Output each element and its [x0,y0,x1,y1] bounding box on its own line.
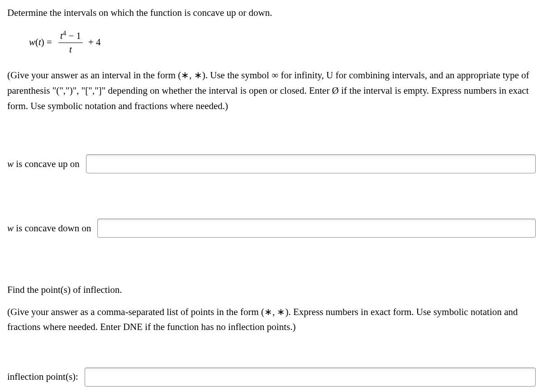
formula-lhs-var: w [29,37,35,48]
concave-down-label: w is concave down on [7,223,91,234]
question-prompt: Determine the intervals on which the fun… [7,6,536,19]
concave-down-input[interactable] [97,219,536,238]
instruction-2: (Give your answer as a comma-separated l… [7,305,536,335]
concave-down-row: w is concave down on [7,219,536,238]
inflection-row: inflection point(s): [7,368,536,387]
formula-den: t [67,43,74,55]
formula-fraction: t4 − 1 t [58,29,83,55]
concave-up-label: w is concave up on [7,158,80,170]
formula-num-minus: − 1 [66,30,81,41]
part2-heading: Find the point(s) of inflection. [7,283,536,297]
formula: w(t) = t4 − 1 t + 4 [29,29,536,55]
inflection-input[interactable] [85,368,536,387]
concave-up-input[interactable] [86,154,536,173]
inflection-label: inflection point(s): [7,371,78,382]
concave-up-row: w is concave up on [7,154,536,173]
instruction-1: (Give your answer as an interval in the … [7,68,536,114]
formula-plus-term: + 4 [88,37,101,48]
